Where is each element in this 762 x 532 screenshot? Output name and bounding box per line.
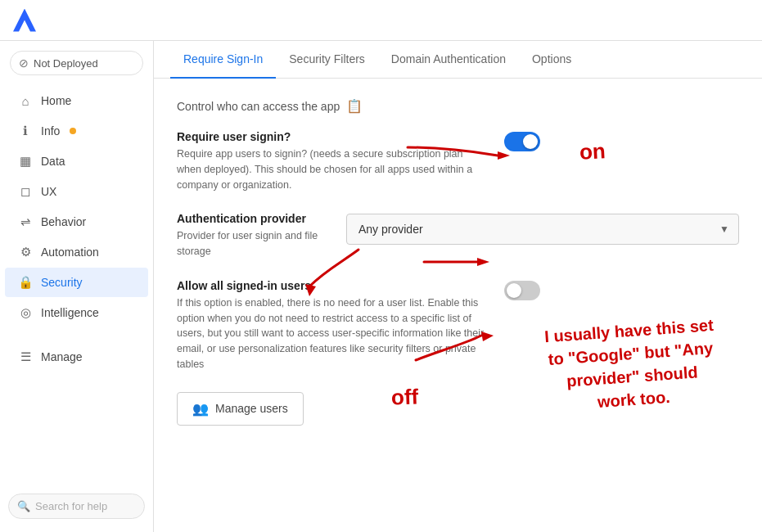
sidebar-item-intelligence[interactable]: ◎ Intelligence [5, 298, 148, 327]
users-icon: 👥 [192, 401, 209, 417]
sidebar-item-behavior[interactable]: ⇌ Behavior [5, 207, 148, 237]
auth-provider-dropdown-wrapper[interactable]: Any provider Google Facebook Email ▼ [346, 214, 739, 245]
sidebar-item-label: Home [41, 94, 71, 107]
setting-desc: Provider for user signin and file storag… [177, 228, 330, 259]
security-icon: 🔒 [18, 275, 33, 290]
setting-require-signin: Require user signin? Require app users t… [177, 130, 739, 192]
setting-title: Allow all signed-in users [177, 279, 488, 292]
home-icon: ⌂ [18, 93, 33, 108]
setting-auth-provider: Authentication provider Provider for use… [177, 212, 739, 259]
top-bar [0, 0, 762, 41]
allow-signed-in-toggle[interactable] [504, 281, 540, 300]
book-icon: 📋 [346, 98, 363, 114]
tab-require-signin[interactable]: Require Sign-In [170, 41, 276, 79]
setting-desc: Require app users to signin? (needs a se… [177, 147, 488, 192]
automation-icon: ⚙ [18, 245, 33, 259]
deploy-status-label: Not Deployed [34, 57, 98, 70]
sidebar-item-label: Info [41, 124, 60, 138]
setting-control [504, 279, 540, 300]
info-icon: ℹ [18, 124, 33, 138]
sidebar-item-label: Security [41, 276, 83, 289]
auth-provider-select[interactable]: Any provider Google Facebook Email [346, 214, 739, 245]
sidebar-item-home[interactable]: ⌂ Home [5, 86, 148, 115]
search-placeholder: Search for help [35, 500, 107, 512]
require-signin-toggle[interactable] [504, 132, 540, 151]
setting-label-area: Authentication provider Provider for use… [177, 212, 330, 259]
tab-bar: Require Sign-In Security Filters Domain … [154, 41, 762, 79]
sidebar: ⊘ Not Deployed ⌂ Home ℹ Info ▦ Data ◻ UX [0, 41, 154, 532]
search-box[interactable]: 🔍 Search for help [8, 494, 145, 519]
ux-icon: ◻ [18, 184, 33, 199]
sidebar-item-security[interactable]: 🔒 Security [5, 268, 148, 297]
search-icon: 🔍 [17, 500, 30, 512]
setting-desc: If this option is enabled, there is no n… [177, 295, 488, 372]
sidebar-item-data[interactable]: ▦ Data [5, 147, 148, 176]
sidebar-item-label: Automation [41, 246, 99, 259]
content-area: Require Sign-In Security Filters Domain … [154, 41, 762, 532]
setting-control[interactable]: Any provider Google Facebook Email ▼ [346, 212, 739, 245]
sidebar-item-manage[interactable]: ☰ Manage [5, 342, 148, 372]
sidebar-item-label: Intelligence [41, 306, 99, 319]
setting-title: Authentication provider [177, 212, 330, 225]
setting-allow-signed-in: Allow all signed-in users If this option… [177, 279, 739, 372]
tab-security-filters[interactable]: Security Filters [276, 41, 378, 79]
sidebar-item-info[interactable]: ℹ Info [5, 116, 148, 146]
sidebar-item-label: Behavior [41, 215, 86, 228]
sidebar-item-ux[interactable]: ◻ UX [5, 177, 148, 206]
setting-title: Require user signin? [177, 130, 488, 143]
manage-icon: ☰ [18, 349, 33, 364]
info-dot [70, 128, 76, 134]
nav-items: ⌂ Home ℹ Info ▦ Data ◻ UX ⇌ Behavior ⚙ [0, 85, 153, 487]
setting-label-area: Require user signin? Require app users t… [177, 130, 488, 192]
intelligence-icon: ◎ [18, 305, 33, 320]
behavior-icon: ⇌ [18, 214, 33, 229]
manage-users-label: Manage users [215, 402, 288, 415]
data-icon: ▦ [18, 154, 33, 169]
manage-users-button[interactable]: 👥 Manage users [177, 392, 304, 426]
setting-control [504, 130, 540, 151]
deploy-badge[interactable]: ⊘ Not Deployed [10, 51, 143, 75]
app-logo [13, 9, 36, 32]
page-content: Control who can access the app 📋 Require… [154, 79, 762, 532]
sidebar-item-automation[interactable]: ⚙ Automation [5, 237, 148, 267]
toggle-thumb [523, 134, 538, 149]
section-header: Control who can access the app 📋 [177, 98, 739, 114]
setting-label-area: Allow all signed-in users If this option… [177, 279, 488, 372]
sidebar-item-label: Manage [41, 350, 83, 363]
tab-domain-authentication[interactable]: Domain Authentication [378, 41, 519, 79]
sidebar-item-label: Data [41, 155, 65, 168]
section-header-text: Control who can access the app [177, 100, 340, 113]
sidebar-item-label: UX [41, 185, 56, 198]
tab-options[interactable]: Options [519, 41, 584, 79]
cloud-off-icon: ⊘ [19, 56, 29, 70]
toggle-thumb [507, 283, 521, 298]
